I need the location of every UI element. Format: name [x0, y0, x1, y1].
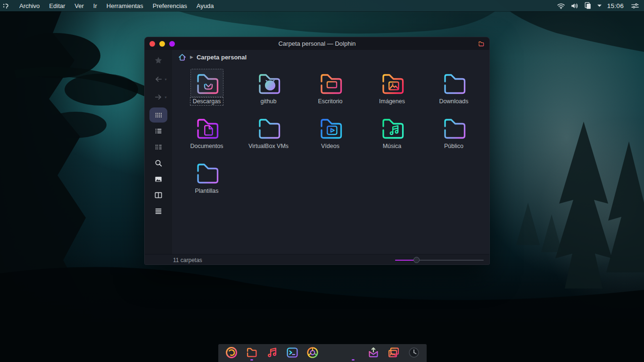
tray-clock[interactable]: 15:06 — [607, 2, 624, 9]
chrome-icon[interactable] — [305, 345, 320, 361]
distro-logo-icon[interactable] — [3, 2, 9, 9]
caret-down-icon[interactable] — [597, 4, 602, 8]
sidebar-item-list-view[interactable] — [149, 123, 167, 139]
sidebar-item-compact-view[interactable] — [149, 140, 167, 155]
close-button[interactable] — [149, 41, 155, 47]
menu-item-ir[interactable]: Ir — [89, 1, 101, 10]
window-controls — [149, 41, 175, 47]
vscode-icon[interactable] — [325, 345, 340, 361]
menubar: ArchivoEditarVerIrHerramientasPreferenci… — [0, 0, 644, 11]
titlebar[interactable]: Carpeta personal — Dolphin — [145, 37, 489, 50]
menubar-items: ArchivoEditarVerIrHerramientasPreferenci… — [15, 1, 218, 10]
folder-label: Plantillas — [192, 187, 221, 195]
clock-icon[interactable] — [406, 345, 421, 361]
photos-icon[interactable] — [386, 345, 401, 361]
folder-icon — [438, 114, 471, 142]
home-icon[interactable] — [178, 53, 187, 62]
firefox-icon[interactable] — [224, 345, 239, 361]
sidebar-item-search[interactable] — [149, 156, 167, 171]
folder-label: Downloads — [437, 97, 471, 106]
folder-icon — [252, 69, 285, 97]
dolphin-window: Carpeta personal — Dolphin ▼▼ — [144, 37, 490, 265]
folder-item-virtualbox-vms[interactable]: VirtualBox VMs — [238, 114, 299, 158]
desktop: ArchivoEditarVerIrHerramientasPreferenci… — [0, 0, 644, 362]
arrow-right-icon — [154, 92, 163, 102]
window-title: Carpeta personal — Dolphin — [145, 40, 489, 47]
grid-view-icon — [154, 110, 163, 120]
statusbar: 11 carpetas — [145, 254, 489, 265]
folder-item-plantillas[interactable]: Plantillas — [176, 158, 238, 203]
folder-icon — [190, 158, 223, 187]
settings-gear-icon[interactable] — [346, 345, 361, 361]
folder-item-videos[interactable]: Vídeos — [299, 114, 361, 158]
maximize-button[interactable] — [169, 41, 175, 47]
file-manager-icon[interactable] — [244, 345, 259, 361]
list-view-icon — [154, 126, 163, 136]
zoom-slider[interactable] — [395, 257, 484, 263]
clipboard-icon[interactable] — [584, 2, 592, 9]
sidebar-item-split-view[interactable] — [149, 188, 167, 203]
folder-label: Música — [380, 142, 405, 150]
zoom-slider-handle[interactable] — [413, 257, 420, 263]
folder-icon — [190, 69, 223, 97]
wifi-icon[interactable] — [557, 2, 565, 9]
breadcrumb-current[interactable]: Carpeta personal — [197, 54, 247, 61]
folder-item-imagenes[interactable]: Imágenes — [361, 69, 423, 114]
main-panel: ▶ Carpeta personal DescargasgithubEscrit… — [172, 50, 489, 254]
folder-icon — [252, 114, 285, 142]
music-app-icon[interactable] — [264, 345, 280, 361]
folder-item-github[interactable]: github — [238, 69, 299, 114]
folder-icon — [478, 41, 485, 47]
menu-item-ver[interactable]: Ver — [70, 1, 88, 10]
folder-label: Descargas — [190, 97, 224, 106]
folder-icon — [376, 69, 409, 97]
minimize-button[interactable] — [159, 41, 165, 47]
menu-item-editar[interactable]: Editar — [45, 1, 69, 10]
sidebar-item-forward[interactable]: ▼ — [149, 90, 167, 105]
folder-grid: DescargasgithubEscritorioImágenesDownloa… — [172, 64, 489, 203]
sidebar: ▼▼ — [145, 50, 172, 254]
volume-icon[interactable] — [570, 2, 579, 9]
menu-item-herramientas[interactable]: Herramientas — [102, 1, 148, 10]
menu-item-archivo[interactable]: Archivo — [15, 1, 44, 10]
folder-item-descargas[interactable]: Descargas — [176, 69, 238, 114]
search-icon — [154, 158, 163, 168]
folder-label: Documentos — [187, 142, 226, 150]
split-view-icon — [154, 190, 163, 200]
terminal-icon[interactable] — [285, 345, 300, 361]
folder-icon — [376, 114, 409, 142]
compact-view-icon — [154, 142, 163, 152]
system-tray: 15:06 — [557, 2, 644, 9]
status-text: 11 carpetas — [173, 257, 202, 263]
sidebar-item-icons-view[interactable] — [149, 107, 167, 123]
folder-label: Escritorio — [315, 97, 345, 106]
dock — [218, 344, 427, 362]
sidebar-item-preview[interactable] — [149, 172, 167, 187]
folder-icon — [438, 69, 471, 97]
folder-item-downloads[interactable]: Downloads — [423, 69, 485, 114]
hamburger-menu-icon — [154, 206, 163, 216]
dropdown-caret-icon: ▼ — [164, 78, 167, 81]
star-icon — [154, 56, 163, 65]
folder-icon — [314, 69, 347, 97]
folder-item-documentos[interactable]: Documentos — [176, 114, 238, 158]
folder-label: Imágenes — [376, 97, 408, 106]
dropdown-caret-icon: ▼ — [164, 96, 167, 99]
tune-sliders-icon[interactable] — [631, 2, 639, 9]
mail-send-icon[interactable] — [366, 345, 381, 361]
folder-label: github — [257, 97, 279, 106]
sidebar-item-back[interactable]: ▼ — [149, 72, 167, 87]
folder-label: VirtualBox VMs — [246, 142, 291, 150]
folder-item-musica[interactable]: Música — [361, 114, 423, 158]
window-body: ▼▼ ▶ Carpeta personal Descargasgith — [145, 50, 489, 254]
menu-item-ayuda[interactable]: Ayuda — [192, 1, 218, 10]
breadcrumb-caret-icon: ▶ — [190, 55, 193, 59]
image-preview-icon — [154, 174, 163, 184]
sidebar-item-menu[interactable] — [149, 204, 167, 219]
folder-item-escritorio[interactable]: Escritorio — [299, 69, 361, 114]
folder-label: Público — [441, 142, 466, 150]
folder-item-publico[interactable]: Público — [423, 114, 485, 158]
breadcrumb: ▶ Carpeta personal — [172, 50, 489, 64]
sidebar-item-favorites[interactable] — [149, 53, 167, 68]
menu-item-preferencias[interactable]: Preferencias — [149, 1, 191, 10]
